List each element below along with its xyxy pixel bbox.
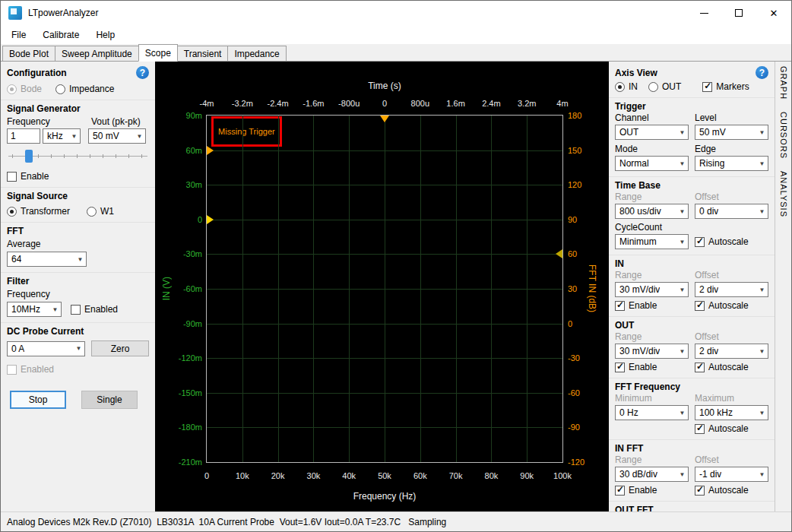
- time-base-offset-select[interactable]: 0 div ▼: [695, 204, 768, 219]
- tick-label: 10k: [236, 471, 249, 480]
- grid-line: [207, 427, 562, 428]
- tab-transient[interactable]: Transient: [177, 46, 229, 61]
- menu-calibrate[interactable]: Calibrate: [34, 27, 87, 43]
- stop-button[interactable]: Stop: [10, 391, 66, 409]
- bode-radio-label: Bode: [21, 84, 42, 94]
- cyclecount-value: Minimum: [619, 236, 657, 247]
- in-autoscale-checkbox[interactable]: Autoscale: [695, 300, 768, 311]
- in-fft-offset-select[interactable]: -1 div ▼: [695, 467, 768, 482]
- tick-label: 0: [204, 471, 209, 480]
- side-tab-strip: GRAPH CURSORS ANALYSIS: [775, 62, 791, 511]
- in-fft-autoscale-checkbox[interactable]: Autoscale: [695, 485, 768, 496]
- tick-label: 150: [568, 146, 581, 155]
- frequency-unit-value: kHz: [47, 131, 63, 141]
- in-range-select[interactable]: 30 mV/div ▼: [615, 282, 689, 297]
- vout-select[interactable]: 50 mV ▼: [88, 128, 146, 144]
- trigger-marker[interactable]: [556, 249, 562, 258]
- trigger-edge-select[interactable]: Rising ▼: [695, 156, 768, 171]
- dc-probe-current-value: 0 A: [11, 344, 24, 354]
- menu-file[interactable]: File: [3, 27, 34, 43]
- in-fft-title: IN FFT: [615, 443, 768, 454]
- tick-label: 2.4m: [482, 99, 500, 108]
- trigger-mode-select[interactable]: Normal ▼: [615, 156, 689, 171]
- minimize-button[interactable]: [686, 1, 721, 25]
- out-range-select[interactable]: 30 mV/div ▼: [615, 344, 689, 359]
- time-base-autoscale-checkbox[interactable]: Autoscale: [695, 236, 768, 247]
- chevron-down-icon: ▼: [68, 133, 80, 140]
- trigger-mode-value: Normal: [619, 158, 649, 169]
- dc-probe-current-select[interactable]: 0 A ▼: [7, 341, 85, 356]
- tab-bode-plot[interactable]: Bode Plot: [2, 46, 55, 61]
- time-base-range-label: Range: [615, 192, 689, 202]
- grid-line: [491, 116, 492, 462]
- fft-average-select[interactable]: 64 ▼: [7, 252, 87, 267]
- bode-radio[interactable]: Bode: [7, 84, 42, 94]
- tick-label: 20k: [271, 471, 285, 480]
- out-autoscale-checkbox[interactable]: Autoscale: [695, 362, 768, 372]
- frequency-slider[interactable]: [8, 148, 147, 165]
- signal-generator-section: Signal Generator Frequency Vout (pk-pk) …: [1, 100, 155, 187]
- tab-scope[interactable]: Scope: [138, 44, 178, 62]
- tick-label: -800u: [338, 99, 360, 108]
- fft-frequency-autoscale-checkbox[interactable]: Autoscale: [695, 423, 768, 434]
- in-offset-label: Offset: [695, 270, 768, 280]
- w1-radio[interactable]: W1: [87, 206, 114, 217]
- out-enable-checkbox[interactable]: Enable: [615, 362, 689, 372]
- trigger-marker[interactable]: [380, 116, 389, 122]
- in-autoscale-label: Autoscale: [708, 300, 749, 311]
- in-offset-select[interactable]: 2 div ▼: [695, 282, 768, 297]
- scope-plot: Time (s) Frequency (Hz) IN (V) FFT IN (d…: [155, 62, 609, 511]
- trigger-channel-label: Channel: [615, 112, 689, 123]
- tab-impedance[interactable]: Impedance: [227, 46, 286, 61]
- axis-out-radio[interactable]: OUT: [648, 81, 681, 92]
- radio-icon: [648, 82, 658, 92]
- signal-generator-enable-checkbox[interactable]: Enable: [7, 171, 49, 182]
- out-offset-select[interactable]: 2 div ▼: [695, 344, 768, 359]
- maximize-button[interactable]: [721, 1, 756, 25]
- missing-trigger-text: Missing Trigger: [218, 127, 275, 136]
- help-icon[interactable]: ?: [756, 66, 768, 79]
- transformer-radio[interactable]: Transformer: [7, 206, 70, 217]
- filter-enabled-checkbox[interactable]: Enabled: [71, 304, 118, 315]
- filter-frequency-select[interactable]: 10MHz ▼: [7, 302, 62, 317]
- time-base-range-select[interactable]: 800 us/div ▼: [615, 204, 689, 219]
- trigger-marker[interactable]: [207, 215, 214, 224]
- menu-help[interactable]: Help: [87, 27, 123, 43]
- zero-button[interactable]: Zero: [91, 340, 149, 356]
- single-button[interactable]: Single: [81, 391, 138, 409]
- trigger-marker[interactable]: [207, 146, 214, 155]
- in-fft-range-select[interactable]: 30 dB/div ▼: [615, 467, 689, 482]
- in-fft-enable-checkbox[interactable]: Enable: [615, 485, 689, 496]
- filter-frequency-value: 10MHz: [11, 304, 40, 315]
- axis-in-radio[interactable]: IN: [615, 81, 638, 92]
- slider-thumb[interactable]: [25, 150, 33, 163]
- cyclecount-select[interactable]: Minimum ▼: [615, 234, 689, 249]
- chevron-down-icon: ▼: [676, 287, 688, 293]
- in-enable-checkbox[interactable]: Enable: [615, 300, 689, 311]
- frequency-unit-select[interactable]: kHz ▼: [43, 128, 81, 144]
- markers-checkbox[interactable]: Markers: [702, 81, 749, 92]
- tick-label: 180: [568, 111, 581, 120]
- close-button[interactable]: ✕: [756, 1, 791, 25]
- fft-frequency-maximum-select[interactable]: 100 kHz ▼: [695, 405, 768, 420]
- time-base-section: Time Base Range Offset 800 us/div ▼ 0 di…: [609, 176, 775, 255]
- side-tab-graph[interactable]: GRAPH: [779, 66, 788, 100]
- help-icon[interactable]: ?: [136, 66, 149, 79]
- impedance-radio[interactable]: Impedance: [55, 84, 114, 94]
- tick-label: 60m: [186, 146, 202, 155]
- tick-label: 0: [198, 215, 202, 224]
- tab-sweep-amplitude[interactable]: Sweep Amplitude: [55, 46, 139, 61]
- side-tab-cursors[interactable]: CURSORS: [779, 112, 788, 159]
- trigger-level-select[interactable]: 50 mV ▼: [695, 125, 768, 140]
- plot-grid[interactable]: Time (s) Frequency (Hz) IN (V) FFT IN (d…: [206, 115, 563, 463]
- fft-frequency-minimum-select[interactable]: 0 Hz ▼: [615, 405, 689, 420]
- ticks-top: -4m-3.2m-2.4m-1.6m-800u0800u1.6m2.4m3.2m…: [207, 99, 562, 109]
- side-tab-analysis[interactable]: ANALYSIS: [779, 171, 788, 217]
- trigger-channel-select[interactable]: OUT ▼: [615, 125, 689, 140]
- trigger-channel-value: OUT: [619, 127, 638, 138]
- frequency-input[interactable]: [7, 128, 40, 144]
- fft-section: FFT Average 64 ▼: [1, 222, 155, 272]
- title-bar: LTpowerAnalyzer ✕: [1, 1, 791, 25]
- tick-label: -90m: [183, 319, 202, 328]
- dc-probe-section: DC Probe Current 0 A ▼ Zero Enabled: [1, 322, 155, 380]
